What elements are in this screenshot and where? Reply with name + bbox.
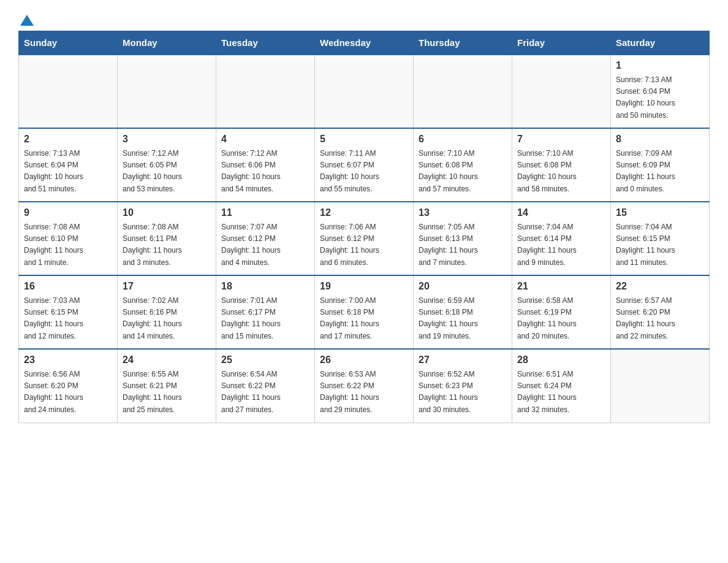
calendar-cell <box>512 55 611 128</box>
day-info: Sunrise: 6:55 AMSunset: 6:21 PMDaylight:… <box>123 369 211 416</box>
day-info: Sunrise: 7:00 AMSunset: 6:18 PMDaylight:… <box>320 295 408 342</box>
calendar-cell: 17Sunrise: 7:02 AMSunset: 6:16 PMDayligh… <box>118 275 216 349</box>
day-number: 21 <box>517 281 605 292</box>
day-number: 13 <box>419 207 507 218</box>
calendar-cell: 7Sunrise: 7:10 AMSunset: 6:08 PMDaylight… <box>512 128 611 202</box>
day-info: Sunrise: 7:03 AMSunset: 6:15 PMDaylight:… <box>24 295 112 342</box>
day-info: Sunrise: 7:05 AMSunset: 6:13 PMDaylight:… <box>419 221 507 269</box>
day-number: 5 <box>320 134 408 145</box>
calendar-cell: 20Sunrise: 6:59 AMSunset: 6:18 PMDayligh… <box>414 275 512 349</box>
day-number: 22 <box>616 281 704 292</box>
calendar-header-tuesday: Tuesday <box>216 31 315 55</box>
calendar-header-sunday: Sunday <box>19 31 118 55</box>
calendar-week-2: 2Sunrise: 7:13 AMSunset: 6:04 PMDaylight… <box>19 128 710 202</box>
calendar-header-saturday: Saturday <box>611 31 710 55</box>
calendar-cell: 1Sunrise: 7:13 AMSunset: 6:04 PMDaylight… <box>611 55 710 128</box>
logo <box>18 12 34 25</box>
day-info: Sunrise: 7:12 AMSunset: 6:06 PMDaylight:… <box>221 148 309 195</box>
calendar-week-5: 23Sunrise: 6:56 AMSunset: 6:20 PMDayligh… <box>19 349 710 423</box>
day-info: Sunrise: 6:51 AMSunset: 6:24 PMDaylight:… <box>517 369 605 416</box>
day-info: Sunrise: 7:06 AMSunset: 6:12 PMDaylight:… <box>320 221 408 269</box>
calendar-table: SundayMondayTuesdayWednesdayThursdayFrid… <box>18 31 710 423</box>
calendar-cell: 18Sunrise: 7:01 AMSunset: 6:17 PMDayligh… <box>216 275 315 349</box>
day-info: Sunrise: 7:01 AMSunset: 6:17 PMDaylight:… <box>221 295 309 342</box>
day-number: 14 <box>517 207 605 218</box>
day-number: 12 <box>320 207 408 218</box>
day-number: 6 <box>419 134 507 145</box>
calendar-cell <box>414 55 512 128</box>
day-number: 20 <box>419 281 507 292</box>
day-info: Sunrise: 6:59 AMSunset: 6:18 PMDaylight:… <box>419 295 507 342</box>
day-number: 4 <box>221 134 309 145</box>
calendar-cell: 11Sunrise: 7:07 AMSunset: 6:12 PMDayligh… <box>216 202 315 275</box>
day-info: Sunrise: 6:58 AMSunset: 6:19 PMDaylight:… <box>517 295 605 342</box>
day-number: 11 <box>221 207 309 218</box>
day-info: Sunrise: 7:08 AMSunset: 6:10 PMDaylight:… <box>24 221 112 269</box>
calendar-cell: 27Sunrise: 6:52 AMSunset: 6:23 PMDayligh… <box>414 349 512 423</box>
day-info: Sunrise: 7:12 AMSunset: 6:05 PMDaylight:… <box>123 148 211 195</box>
day-info: Sunrise: 6:54 AMSunset: 6:22 PMDaylight:… <box>221 369 309 416</box>
calendar-cell <box>19 55 118 128</box>
calendar-cell <box>315 55 414 128</box>
calendar-cell: 2Sunrise: 7:13 AMSunset: 6:04 PMDaylight… <box>19 128 118 202</box>
day-number: 7 <box>517 134 605 145</box>
calendar-header-friday: Friday <box>512 31 611 55</box>
day-number: 28 <box>517 354 605 366</box>
calendar-cell: 28Sunrise: 6:51 AMSunset: 6:24 PMDayligh… <box>512 349 611 423</box>
calendar-cell: 5Sunrise: 7:11 AMSunset: 6:07 PMDaylight… <box>315 128 414 202</box>
day-info: Sunrise: 6:56 AMSunset: 6:20 PMDaylight:… <box>24 369 112 416</box>
day-info: Sunrise: 7:09 AMSunset: 6:09 PMDaylight:… <box>616 148 704 195</box>
day-number: 25 <box>221 354 309 366</box>
day-number: 17 <box>123 281 211 292</box>
day-number: 24 <box>123 354 211 366</box>
day-info: Sunrise: 7:04 AMSunset: 6:14 PMDaylight:… <box>517 221 605 269</box>
day-number: 9 <box>24 207 112 218</box>
calendar-header-monday: Monday <box>118 31 216 55</box>
day-number: 18 <box>221 281 309 292</box>
day-info: Sunrise: 6:57 AMSunset: 6:20 PMDaylight:… <box>616 295 704 342</box>
calendar-week-4: 16Sunrise: 7:03 AMSunset: 6:15 PMDayligh… <box>19 275 710 349</box>
calendar-cell <box>611 349 710 423</box>
page-header <box>18 12 710 25</box>
calendar-header-row: SundayMondayTuesdayWednesdayThursdayFrid… <box>19 31 710 55</box>
day-info: Sunrise: 7:13 AMSunset: 6:04 PMDaylight:… <box>616 74 704 121</box>
calendar-cell: 24Sunrise: 6:55 AMSunset: 6:21 PMDayligh… <box>118 349 216 423</box>
day-info: Sunrise: 7:07 AMSunset: 6:12 PMDaylight:… <box>221 221 309 269</box>
day-info: Sunrise: 7:02 AMSunset: 6:16 PMDaylight:… <box>123 295 211 342</box>
calendar-week-3: 9Sunrise: 7:08 AMSunset: 6:10 PMDaylight… <box>19 202 710 275</box>
calendar-cell: 22Sunrise: 6:57 AMSunset: 6:20 PMDayligh… <box>611 275 710 349</box>
day-number: 1 <box>616 60 704 71</box>
day-info: Sunrise: 6:52 AMSunset: 6:23 PMDaylight:… <box>419 369 507 416</box>
calendar-cell: 12Sunrise: 7:06 AMSunset: 6:12 PMDayligh… <box>315 202 414 275</box>
day-info: Sunrise: 7:10 AMSunset: 6:08 PMDaylight:… <box>517 148 605 195</box>
day-number: 26 <box>320 354 408 366</box>
calendar-cell: 19Sunrise: 7:00 AMSunset: 6:18 PMDayligh… <box>315 275 414 349</box>
day-number: 3 <box>123 134 211 145</box>
day-info: Sunrise: 6:53 AMSunset: 6:22 PMDaylight:… <box>320 369 408 416</box>
calendar-cell <box>216 55 315 128</box>
calendar-cell: 14Sunrise: 7:04 AMSunset: 6:14 PMDayligh… <box>512 202 611 275</box>
calendar-header-thursday: Thursday <box>414 31 512 55</box>
day-number: 19 <box>320 281 408 292</box>
calendar-cell: 26Sunrise: 6:53 AMSunset: 6:22 PMDayligh… <box>315 349 414 423</box>
day-number: 8 <box>616 134 704 145</box>
calendar-cell <box>118 55 216 128</box>
day-number: 27 <box>419 354 507 366</box>
day-number: 16 <box>24 281 112 292</box>
calendar-cell: 6Sunrise: 7:10 AMSunset: 6:08 PMDaylight… <box>414 128 512 202</box>
calendar-cell: 25Sunrise: 6:54 AMSunset: 6:22 PMDayligh… <box>216 349 315 423</box>
calendar-cell: 3Sunrise: 7:12 AMSunset: 6:05 PMDaylight… <box>118 128 216 202</box>
calendar-cell: 10Sunrise: 7:08 AMSunset: 6:11 PMDayligh… <box>118 202 216 275</box>
day-info: Sunrise: 7:13 AMSunset: 6:04 PMDaylight:… <box>24 148 112 195</box>
day-info: Sunrise: 7:11 AMSunset: 6:07 PMDaylight:… <box>320 148 408 195</box>
calendar-cell: 4Sunrise: 7:12 AMSunset: 6:06 PMDaylight… <box>216 128 315 202</box>
day-info: Sunrise: 7:04 AMSunset: 6:15 PMDaylight:… <box>616 221 704 269</box>
calendar-cell: 8Sunrise: 7:09 AMSunset: 6:09 PMDaylight… <box>611 128 710 202</box>
day-number: 10 <box>123 207 211 218</box>
calendar-cell: 15Sunrise: 7:04 AMSunset: 6:15 PMDayligh… <box>611 202 710 275</box>
calendar-header-wednesday: Wednesday <box>315 31 414 55</box>
day-number: 15 <box>616 207 704 218</box>
day-number: 2 <box>24 134 112 145</box>
calendar-cell: 23Sunrise: 6:56 AMSunset: 6:20 PMDayligh… <box>19 349 118 423</box>
calendar-cell: 9Sunrise: 7:08 AMSunset: 6:10 PMDaylight… <box>19 202 118 275</box>
